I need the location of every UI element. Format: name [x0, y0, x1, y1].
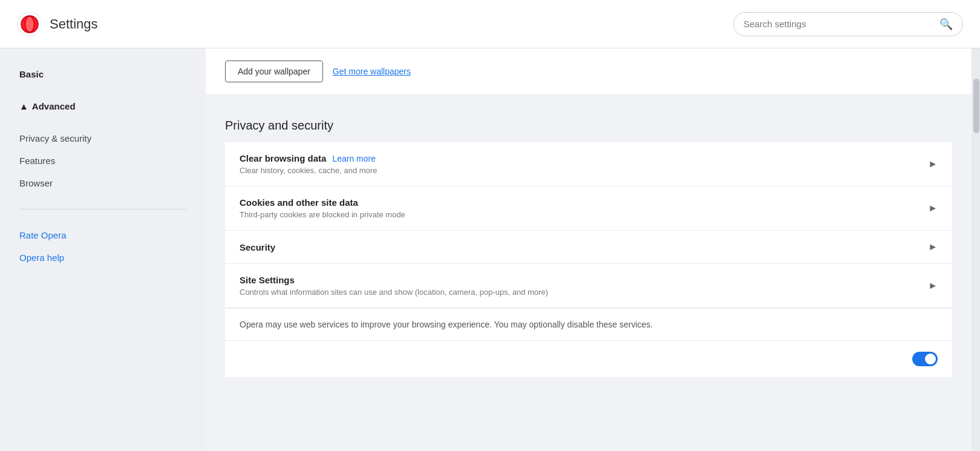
cookies-site-data-desc: Third-party cookies are blocked in priva…: [240, 210, 928, 219]
sidebar-item-rate-opera[interactable]: Rate Opera: [0, 224, 206, 246]
security-content: Security: [240, 242, 928, 252]
clear-browsing-data-card: Clear browsing data Learn more Clear his…: [225, 142, 952, 377]
wallpaper-buttons: Add your wallpaper Get more wallpapers: [225, 61, 952, 82]
site-settings-title: Site Settings: [240, 275, 928, 285]
wallpaper-section: Add your wallpaper Get more wallpapers: [206, 48, 972, 94]
chevron-right-icon: ►: [928, 159, 938, 170]
clear-browsing-data-desc: Clear history, cookies, cache, and more: [240, 166, 928, 175]
cookies-site-data-title: Cookies and other site data: [240, 197, 928, 208]
chevron-up-icon: ▲: [19, 101, 28, 111]
search-icon: 🔍: [939, 18, 953, 31]
info-text-row: Opera may use web services to improve yo…: [225, 308, 952, 340]
site-settings-row[interactable]: Site Settings Controls what information …: [225, 264, 952, 308]
opera-logo-icon: [17, 12, 42, 37]
header: Settings 🔍: [0, 0, 980, 48]
content-area: Add your wallpaper Get more wallpapers P…: [206, 48, 972, 451]
security-row[interactable]: Security ►: [225, 231, 952, 264]
security-title: Security: [240, 242, 928, 252]
sidebar-item-opera-help[interactable]: Opera help: [0, 246, 206, 269]
clear-browsing-data-title: Clear browsing data Learn more: [240, 153, 928, 163]
sidebar-item-basic[interactable]: Basic: [0, 63, 206, 85]
sidebar-item-features[interactable]: Features: [0, 150, 206, 172]
sidebar-item-browser[interactable]: Browser: [0, 172, 206, 194]
page-title: Settings: [50, 16, 98, 32]
privacy-section-title: Privacy and security: [225, 104, 952, 142]
info-text: Opera may use web services to improve yo…: [240, 320, 653, 329]
privacy-section: Privacy and security Clear browsing data…: [206, 104, 972, 377]
header-left: Settings: [17, 12, 98, 37]
get-more-wallpapers-link[interactable]: Get more wallpapers: [333, 67, 411, 76]
clear-browsing-data-row[interactable]: Clear browsing data Learn more Clear his…: [225, 142, 952, 186]
chevron-right-icon-2: ►: [928, 203, 938, 214]
chevron-right-icon-3: ►: [928, 242, 938, 252]
cookies-site-data-content: Cookies and other site data Third-party …: [240, 197, 928, 219]
site-settings-content: Site Settings Controls what information …: [240, 275, 928, 297]
partial-bottom-row: [225, 340, 952, 377]
add-wallpaper-button[interactable]: Add your wallpaper: [225, 61, 323, 82]
main-layout: Basic ▲ Advanced Privacy & security Feat…: [0, 48, 980, 451]
cookies-site-data-row[interactable]: Cookies and other site data Third-party …: [225, 186, 952, 231]
sidebar-item-privacy-security[interactable]: Privacy & security: [0, 127, 206, 150]
sidebar-divider: [19, 209, 186, 209]
scrollbar-thumb: [973, 79, 979, 133]
search-input[interactable]: [743, 19, 939, 29]
toggle-switch[interactable]: [912, 352, 938, 366]
chevron-right-icon-4: ►: [928, 280, 938, 291]
sidebar-item-advanced[interactable]: ▲ Advanced: [0, 95, 206, 117]
site-settings-desc: Controls what information sites can use …: [240, 288, 928, 297]
search-box-container: 🔍: [733, 12, 963, 36]
advanced-label: Advanced: [32, 101, 76, 111]
clear-browsing-data-content: Clear browsing data Learn more Clear his…: [240, 153, 928, 175]
scrollbar[interactable]: [972, 48, 980, 451]
sidebar: Basic ▲ Advanced Privacy & security Feat…: [0, 48, 206, 451]
learn-more-link[interactable]: Learn more: [332, 154, 376, 163]
